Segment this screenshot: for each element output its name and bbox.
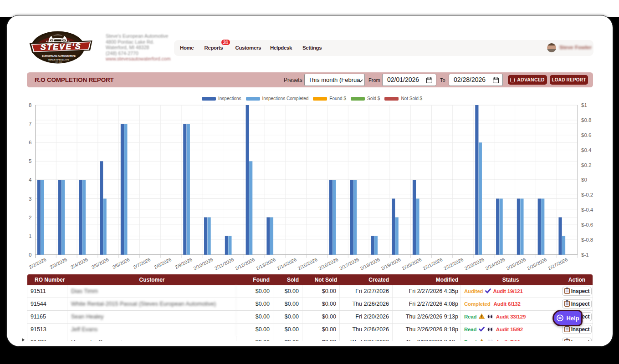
svg-text:2/6/2026: 2/6/2026	[112, 257, 131, 270]
svg-text:2/9/2026: 2/9/2026	[174, 257, 193, 270]
svg-text:$0.8: $0.8	[581, 117, 591, 123]
svg-text:2/25/2026: 2/25/2026	[505, 257, 527, 271]
svg-text:2/27/2026: 2/27/2026	[547, 257, 568, 271]
svg-text:2/24/2026: 2/24/2026	[485, 257, 506, 271]
svg-text:2/22/2026: 2/22/2026	[443, 257, 464, 271]
svg-text:$-0.4: $-0.4	[581, 207, 593, 212]
svg-text:8: 8	[29, 102, 31, 108]
svg-text:2/13/2026: 2/13/2026	[255, 257, 276, 271]
svg-text:EST. 1985: EST. 1985	[56, 61, 62, 63]
svg-text:$0: $0	[581, 177, 587, 182]
svg-text:2/16/2026: 2/16/2026	[317, 257, 339, 271]
svg-text:2/3/2026: 2/3/2026	[49, 257, 68, 270]
svg-text:6: 6	[29, 140, 31, 145]
svg-text:1: 1	[29, 233, 31, 239]
svg-text:2/8/2026: 2/8/2026	[153, 257, 172, 270]
svg-text:2/23/2026: 2/23/2026	[464, 257, 485, 271]
svg-text:2/15/2026: 2/15/2026	[297, 257, 318, 271]
svg-text:3: 3	[29, 196, 31, 202]
svg-text:2/19/2026: 2/19/2026	[380, 257, 402, 271]
svg-text:2/18/2026: 2/18/2026	[359, 257, 381, 271]
svg-text:REPAIR SPECIALISTS: REPAIR SPECIALISTS	[48, 59, 69, 61]
svg-text:2/11/2026: 2/11/2026	[214, 257, 235, 271]
svg-text:2/2/2026: 2/2/2026	[28, 257, 47, 270]
svg-text:2: 2	[29, 215, 31, 220]
svg-text:5: 5	[29, 158, 31, 164]
svg-text:$0.4: $0.4	[581, 147, 592, 153]
svg-text:0: 0	[29, 252, 31, 258]
svg-text:$1: $1	[581, 102, 587, 108]
svg-text:STEVE'S: STEVE'S	[41, 41, 82, 51]
svg-text:$-1: $-1	[581, 252, 589, 258]
svg-text:2/4/2026: 2/4/2026	[70, 257, 89, 270]
svg-text:2/5/2026: 2/5/2026	[91, 257, 110, 270]
svg-text:$-0.2: $-0.2	[581, 192, 593, 197]
svg-text:$0.6: $0.6	[581, 132, 591, 138]
svg-text:EUROPEAN AUTOMOTIVE: EUROPEAN AUTOMOTIVE	[42, 54, 76, 57]
svg-text:2/12/2026: 2/12/2026	[234, 257, 256, 271]
svg-text:4: 4	[29, 177, 32, 182]
svg-text:$0.2: $0.2	[581, 162, 591, 168]
svg-text:2/10/2026: 2/10/2026	[193, 257, 214, 271]
svg-text:$-0.6: $-0.6	[581, 222, 593, 228]
svg-text:2/20/2026: 2/20/2026	[401, 257, 422, 271]
svg-text:2/21/2026: 2/21/2026	[422, 257, 443, 271]
svg-text:2/14/2026: 2/14/2026	[276, 257, 297, 271]
svg-text:2/7/2026: 2/7/2026	[132, 257, 151, 270]
svg-text:2/26/2026: 2/26/2026	[526, 257, 547, 271]
svg-text:2/17/2026: 2/17/2026	[338, 257, 360, 271]
svg-text:$-0.8: $-0.8	[581, 237, 593, 243]
svg-text:7: 7	[29, 121, 31, 126]
